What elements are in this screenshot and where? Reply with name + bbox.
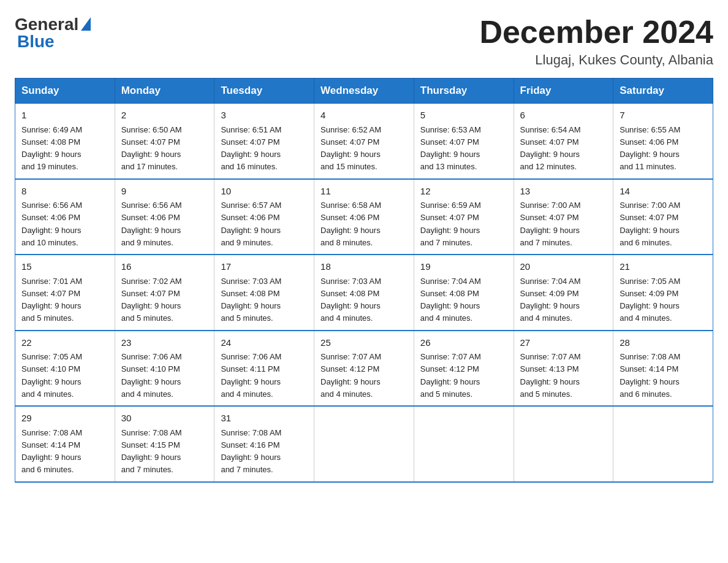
day-info: Sunrise: 6:54 AMSunset: 4:07 PMDaylight:… — [520, 125, 581, 172]
day-number: 2 — [121, 109, 208, 123]
calendar-cell: 23Sunrise: 7:06 AMSunset: 4:10 PMDayligh… — [115, 331, 214, 407]
page-header: General Blue December 2024 Llugaj, Kukes… — [15, 15, 713, 68]
week-row-5: 29Sunrise: 7:08 AMSunset: 4:14 PMDayligh… — [15, 406, 713, 482]
day-info: Sunrise: 7:06 AMSunset: 4:10 PMDaylight:… — [121, 352, 182, 399]
calendar-cell: 18Sunrise: 7:03 AMSunset: 4:08 PMDayligh… — [314, 255, 414, 331]
calendar-cell: 15Sunrise: 7:01 AMSunset: 4:07 PMDayligh… — [15, 255, 115, 331]
day-info: Sunrise: 7:08 AMSunset: 4:14 PMDaylight:… — [21, 428, 82, 475]
day-number: 4 — [320, 109, 408, 123]
day-info: Sunrise: 6:50 AMSunset: 4:07 PMDaylight:… — [121, 125, 182, 172]
header-wednesday: Wednesday — [314, 79, 414, 104]
day-number: 17 — [221, 260, 308, 274]
calendar-cell: 16Sunrise: 7:02 AMSunset: 4:07 PMDayligh… — [115, 255, 214, 331]
week-row-1: 1Sunrise: 6:49 AMSunset: 4:08 PMDaylight… — [15, 104, 713, 179]
day-number: 19 — [420, 260, 507, 274]
header-sunday: Sunday — [15, 79, 115, 104]
day-number: 7 — [620, 109, 707, 123]
day-info: Sunrise: 7:05 AMSunset: 4:10 PMDaylight:… — [21, 352, 82, 399]
day-info: Sunrise: 6:56 AMSunset: 4:06 PMDaylight:… — [121, 201, 182, 247]
day-number: 1 — [21, 109, 108, 123]
calendar-cell: 26Sunrise: 7:07 AMSunset: 4:12 PMDayligh… — [414, 331, 514, 407]
day-number: 10 — [221, 185, 308, 199]
calendar-cell — [514, 406, 613, 482]
day-number: 16 — [121, 260, 208, 274]
calendar-cell — [314, 406, 414, 482]
calendar-cell: 31Sunrise: 7:08 AMSunset: 4:16 PMDayligh… — [214, 406, 314, 482]
day-info: Sunrise: 7:08 AMSunset: 4:14 PMDaylight:… — [620, 352, 680, 399]
calendar-table: SundayMondayTuesdayWednesdayThursdayFrid… — [15, 78, 713, 483]
calendar-cell: 4Sunrise: 6:52 AMSunset: 4:07 PMDaylight… — [314, 104, 414, 179]
title-block: December 2024 Llugaj, Kukes County, Alba… — [479, 15, 713, 68]
day-number: 8 — [21, 185, 108, 199]
day-number: 23 — [121, 336, 208, 350]
calendar-cell: 24Sunrise: 7:06 AMSunset: 4:11 PMDayligh… — [214, 331, 314, 407]
logo: General Blue — [15, 15, 91, 52]
day-info: Sunrise: 7:00 AMSunset: 4:07 PMDaylight:… — [520, 201, 581, 247]
day-info: Sunrise: 6:53 AMSunset: 4:07 PMDaylight:… — [420, 125, 481, 172]
calendar-cell: 29Sunrise: 7:08 AMSunset: 4:14 PMDayligh… — [15, 406, 115, 482]
day-info: Sunrise: 7:06 AMSunset: 4:11 PMDaylight:… — [221, 352, 281, 399]
calendar-cell: 12Sunrise: 6:59 AMSunset: 4:07 PMDayligh… — [414, 179, 514, 255]
day-number: 11 — [320, 185, 408, 199]
day-number: 25 — [320, 336, 408, 350]
logo-triangle-icon — [81, 17, 91, 31]
calendar-cell: 20Sunrise: 7:04 AMSunset: 4:09 PMDayligh… — [514, 255, 613, 331]
calendar-cell: 30Sunrise: 7:08 AMSunset: 4:15 PMDayligh… — [115, 406, 214, 482]
calendar-cell: 5Sunrise: 6:53 AMSunset: 4:07 PMDaylight… — [414, 104, 514, 179]
day-info: Sunrise: 7:05 AMSunset: 4:09 PMDaylight:… — [620, 277, 680, 323]
calendar-cell: 9Sunrise: 6:56 AMSunset: 4:06 PMDaylight… — [115, 179, 214, 255]
day-info: Sunrise: 6:52 AMSunset: 4:07 PMDaylight:… — [320, 125, 381, 172]
day-info: Sunrise: 7:07 AMSunset: 4:12 PMDaylight:… — [320, 352, 381, 399]
day-info: Sunrise: 6:55 AMSunset: 4:06 PMDaylight:… — [620, 125, 680, 172]
day-info: Sunrise: 7:01 AMSunset: 4:07 PMDaylight:… — [21, 277, 82, 323]
week-row-3: 15Sunrise: 7:01 AMSunset: 4:07 PMDayligh… — [15, 255, 713, 331]
calendar-cell: 2Sunrise: 6:50 AMSunset: 4:07 PMDaylight… — [115, 104, 214, 179]
calendar-cell: 17Sunrise: 7:03 AMSunset: 4:08 PMDayligh… — [214, 255, 314, 331]
day-info: Sunrise: 6:51 AMSunset: 4:07 PMDaylight:… — [221, 125, 281, 172]
header-tuesday: Tuesday — [214, 79, 314, 104]
header-friday: Friday — [514, 79, 613, 104]
calendar-cell — [613, 406, 713, 482]
day-number: 14 — [620, 185, 707, 199]
day-info: Sunrise: 6:56 AMSunset: 4:06 PMDaylight:… — [21, 201, 82, 247]
day-number: 26 — [420, 336, 507, 350]
day-number: 5 — [420, 109, 507, 123]
calendar-cell: 27Sunrise: 7:07 AMSunset: 4:13 PMDayligh… — [514, 331, 613, 407]
day-number: 22 — [21, 336, 108, 350]
day-number: 18 — [320, 260, 408, 274]
day-number: 27 — [520, 336, 607, 350]
day-number: 30 — [121, 412, 208, 426]
calendar-cell: 10Sunrise: 6:57 AMSunset: 4:06 PMDayligh… — [214, 179, 314, 255]
day-number: 31 — [221, 412, 308, 426]
day-info: Sunrise: 7:07 AMSunset: 4:12 PMDaylight:… — [420, 352, 481, 399]
calendar-cell: 21Sunrise: 7:05 AMSunset: 4:09 PMDayligh… — [613, 255, 713, 331]
calendar-cell: 7Sunrise: 6:55 AMSunset: 4:06 PMDaylight… — [613, 104, 713, 179]
calendar-cell: 28Sunrise: 7:08 AMSunset: 4:14 PMDayligh… — [613, 331, 713, 407]
day-info: Sunrise: 6:58 AMSunset: 4:06 PMDaylight:… — [320, 201, 381, 247]
day-number: 6 — [520, 109, 607, 123]
day-info: Sunrise: 7:04 AMSunset: 4:08 PMDaylight:… — [420, 277, 481, 323]
day-info: Sunrise: 7:03 AMSunset: 4:08 PMDaylight:… — [320, 277, 381, 323]
day-info: Sunrise: 7:03 AMSunset: 4:08 PMDaylight:… — [221, 277, 281, 323]
week-row-2: 8Sunrise: 6:56 AMSunset: 4:06 PMDaylight… — [15, 179, 713, 255]
day-info: Sunrise: 7:02 AMSunset: 4:07 PMDaylight:… — [121, 277, 182, 323]
calendar-cell — [414, 406, 514, 482]
week-row-4: 22Sunrise: 7:05 AMSunset: 4:10 PMDayligh… — [15, 331, 713, 407]
day-number: 3 — [221, 109, 308, 123]
calendar-cell: 3Sunrise: 6:51 AMSunset: 4:07 PMDaylight… — [214, 104, 314, 179]
day-info: Sunrise: 6:49 AMSunset: 4:08 PMDaylight:… — [21, 125, 82, 172]
day-number: 20 — [520, 260, 607, 274]
logo-blue-text: Blue — [15, 32, 55, 52]
weekday-header-row: SundayMondayTuesdayWednesdayThursdayFrid… — [15, 79, 713, 104]
day-number: 21 — [620, 260, 707, 274]
calendar-cell: 22Sunrise: 7:05 AMSunset: 4:10 PMDayligh… — [15, 331, 115, 407]
day-number: 29 — [21, 412, 108, 426]
day-number: 28 — [620, 336, 707, 350]
day-info: Sunrise: 7:08 AMSunset: 4:16 PMDaylight:… — [221, 428, 281, 475]
calendar-cell: 14Sunrise: 7:00 AMSunset: 4:07 PMDayligh… — [613, 179, 713, 255]
day-info: Sunrise: 7:07 AMSunset: 4:13 PMDaylight:… — [520, 352, 581, 399]
day-info: Sunrise: 6:59 AMSunset: 4:07 PMDaylight:… — [420, 201, 481, 247]
calendar-cell: 6Sunrise: 6:54 AMSunset: 4:07 PMDaylight… — [514, 104, 613, 179]
day-info: Sunrise: 7:04 AMSunset: 4:09 PMDaylight:… — [520, 277, 581, 323]
calendar-cell: 25Sunrise: 7:07 AMSunset: 4:12 PMDayligh… — [314, 331, 414, 407]
